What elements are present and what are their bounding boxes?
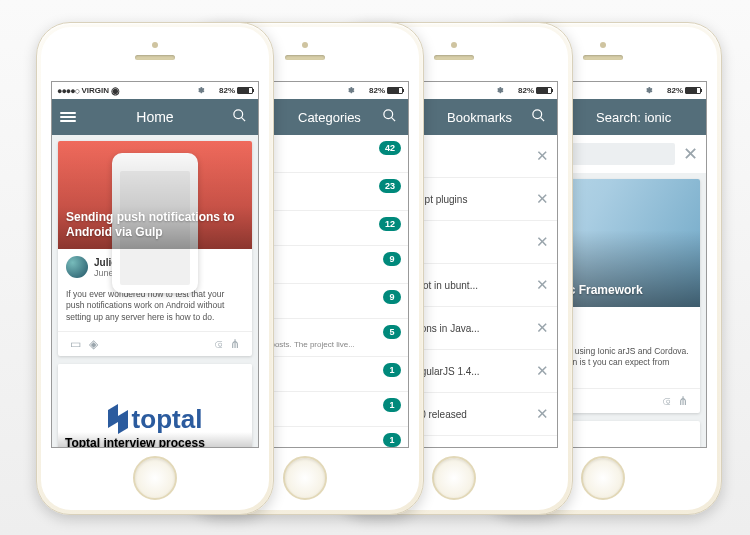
menu-button[interactable] [60,110,82,124]
remove-icon[interactable]: ✕ [530,190,549,208]
screen-title: Home [82,109,228,125]
count-badge: 9 [383,252,401,266]
wifi-icon: ◉ [111,85,120,96]
phone-home: ●●●●○ VIRGIN ◉ ✽ 82% Home [36,22,274,515]
search-button[interactable] [228,108,250,126]
remove-icon[interactable]: ✕ [530,147,549,165]
share-icon[interactable]: ⋔ [226,337,244,351]
status-bar: ●●●●○ VIRGIN ◉ ✽ 82% [52,82,258,99]
home-button-hardware[interactable] [283,456,327,500]
battery-icon [685,87,701,94]
remove-icon[interactable]: ✕ [530,276,549,294]
count-badge: 5 [383,325,401,339]
toptal-logo: toptal [108,404,203,435]
count-badge: 23 [379,179,401,193]
remove-icon[interactable]: ✕ [530,405,549,423]
svg-point-2 [383,110,392,119]
bluetooth-icon: ✽ [120,86,219,95]
bookmark-icon[interactable]: ⟃ [659,394,674,408]
svg-line-5 [540,117,544,121]
home-feed[interactable]: Sending push notifications to Android vi… [52,135,258,447]
post-card[interactable]: toptal Toptal interview process explaine… [58,364,252,447]
count-badge: 9 [383,290,401,304]
remove-icon[interactable]: ✕ [530,319,549,337]
search-icon [382,108,397,123]
post-card[interactable]: Sending push notifications to Android vi… [58,141,252,356]
battery-icon [237,87,253,94]
remove-icon[interactable]: ✕ [530,233,549,251]
count-badge: 1 [383,398,401,412]
carrier-label: VIRGIN [81,86,109,95]
home-button-hardware[interactable] [581,456,625,500]
svg-line-3 [391,117,395,121]
post-title: Toptal interview process explained [65,436,245,447]
bookmark-icon[interactable]: ⟃ [211,337,226,351]
svg-point-4 [532,110,541,119]
count-badge: 12 [379,217,401,231]
share-icon[interactable]: ⋔ [674,394,692,408]
battery-pct: 82% [219,86,235,95]
search-icon [531,108,546,123]
clear-search-icon[interactable]: ✕ [683,143,698,165]
battery-icon [536,87,552,94]
battery-icon [387,87,403,94]
home-button-hardware[interactable] [133,456,177,500]
home-button-hardware[interactable] [432,456,476,500]
search-button[interactable] [527,108,549,126]
navbar: Home [52,99,258,135]
svg-line-1 [241,117,245,121]
tag-icon[interactable]: ◈ [85,337,102,351]
count-badge: 42 [379,141,401,155]
svg-point-0 [233,110,242,119]
search-button[interactable] [378,108,400,126]
count-badge: 1 [383,433,401,447]
author-avatar[interactable] [66,256,88,278]
remove-icon[interactable]: ✕ [530,362,549,380]
folder-icon[interactable]: ▭ [66,337,85,351]
hamburger-icon [60,112,76,122]
search-icon [232,108,247,123]
count-badge: 1 [383,363,401,377]
post-title: Sending push notifications to Android vi… [66,210,244,241]
